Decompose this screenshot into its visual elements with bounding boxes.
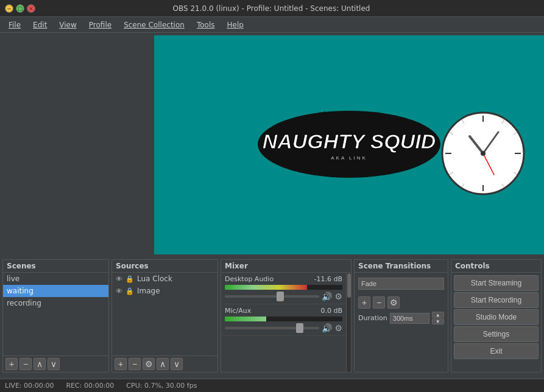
mic-aux-mute[interactable]: 🔊 bbox=[322, 323, 332, 333]
scene-item-waiting[interactable]: waiting bbox=[3, 285, 108, 297]
desktop-audio-fill bbox=[225, 285, 307, 290]
menu-view[interactable]: View bbox=[53, 19, 82, 31]
scene-item-live[interactable]: live bbox=[3, 273, 108, 285]
start-streaming-button[interactable]: Start Streaming bbox=[454, 275, 539, 291]
scrollbar-thumb[interactable] bbox=[347, 273, 351, 298]
desktop-audio-fader[interactable] bbox=[225, 295, 319, 298]
scene-remove-button[interactable]: − bbox=[19, 358, 32, 370]
window-title: OBS 21.0.0 (linux) - Profile: Untitled -… bbox=[35, 4, 507, 13]
scene-up-button[interactable]: ∧ bbox=[34, 358, 46, 370]
close-button[interactable]: × bbox=[27, 4, 35, 13]
duration-label: Duration bbox=[358, 314, 387, 322]
duration-up[interactable]: ▲ bbox=[432, 312, 444, 318]
scene-down-button[interactable]: ∨ bbox=[48, 358, 60, 370]
duration-down[interactable]: ▼ bbox=[432, 318, 444, 324]
scenes-toolbar: + − ∧ ∨ bbox=[3, 355, 108, 372]
desktop-audio-meter bbox=[225, 285, 342, 290]
source-down-button[interactable]: ∨ bbox=[171, 358, 183, 370]
studio-mode-button[interactable]: Studio Mode bbox=[454, 309, 539, 325]
scene-add-button[interactable]: + bbox=[5, 358, 18, 370]
duration-input[interactable] bbox=[390, 313, 429, 324]
source-up-button[interactable]: ∧ bbox=[157, 358, 169, 370]
exit-button[interactable]: Exit bbox=[454, 343, 539, 359]
source-settings-button[interactable]: ⚙ bbox=[143, 358, 155, 370]
controls-title: Controls bbox=[451, 260, 541, 273]
mic-aux-fader[interactable] bbox=[225, 327, 319, 329]
transition-toolbar: + − ⚙ bbox=[355, 295, 448, 310]
splash-blob-svg: NAUGHTY SQUID AKA LINK bbox=[252, 105, 447, 184]
controls-panel: Controls Start Streaming Start Recording… bbox=[451, 259, 542, 373]
mic-aux-thumb[interactable] bbox=[296, 323, 303, 333]
mixer-mic-aux: Mic/Aux 0.0 dB 🔊 ⚙ bbox=[221, 304, 346, 336]
sources-title: Sources bbox=[112, 260, 217, 273]
eye-icon-2: 👁 bbox=[116, 287, 122, 295]
menu-help[interactable]: Help bbox=[221, 19, 249, 31]
mixer-scrollbar[interactable] bbox=[346, 273, 351, 372]
mic-aux-label: Mic/Aux bbox=[225, 307, 251, 315]
lock-icon-2: 🔒 bbox=[125, 287, 134, 295]
titlebar: − □ × OBS 21.0.0 (linux) - Profile: Unti… bbox=[0, 0, 544, 17]
main-panels: Scenes live waiting recording + − ∧ ∨ So… bbox=[0, 257, 544, 373]
source-item-lua-clock[interactable]: 👁 🔒 Lua Clock bbox=[112, 273, 217, 285]
scenes-list: live waiting recording bbox=[3, 273, 108, 355]
source-item-image[interactable]: 👁 🔒 Image bbox=[112, 285, 217, 297]
live-status: LIVE: 00:00:00 bbox=[5, 382, 54, 390]
menu-profile[interactable]: Profile bbox=[83, 19, 118, 31]
svg-text:AKA LINK: AKA LINK bbox=[331, 155, 367, 161]
mixer-desktop-audio: Desktop Audio -11.6 dB 🔊 ⚙ bbox=[221, 273, 346, 304]
controls-buttons: Start Streaming Start Recording Studio M… bbox=[451, 273, 541, 363]
live-label: LIVE: bbox=[5, 382, 22, 390]
scenes-panel: Scenes live waiting recording + − ∧ ∨ bbox=[2, 259, 109, 373]
duration-row: Duration ▲ ▼ bbox=[355, 310, 448, 326]
mic-aux-fill bbox=[225, 317, 266, 321]
transition-add-button[interactable]: + bbox=[358, 296, 370, 309]
source-name-lua-clock: Lua Clock bbox=[137, 275, 172, 283]
desktop-audio-label: Desktop Audio bbox=[225, 275, 274, 283]
mic-aux-db: 0.0 dB bbox=[320, 307, 342, 315]
maximize-button[interactable]: □ bbox=[16, 4, 24, 13]
transitions-title: Scene Transitions bbox=[355, 260, 448, 273]
window-controls[interactable]: − □ × bbox=[5, 4, 35, 13]
source-name-image: Image bbox=[137, 287, 160, 295]
desktop-audio-mute[interactable]: 🔊 bbox=[322, 292, 332, 301]
clock-svg bbox=[440, 111, 526, 196]
live-time: 00:00:00 bbox=[24, 382, 54, 390]
svg-point-30 bbox=[481, 151, 486, 156]
preview-area: NAUGHTY SQUID AKA LINK bbox=[154, 35, 544, 254]
source-remove-button[interactable]: − bbox=[129, 358, 141, 370]
lock-icon: 🔒 bbox=[125, 275, 134, 283]
desktop-audio-db: -11.6 dB bbox=[314, 275, 343, 283]
minimize-button[interactable]: − bbox=[5, 4, 13, 13]
sources-toolbar: + − ⚙ ∧ ∨ bbox=[112, 355, 217, 372]
preview-canvas: NAUGHTY SQUID AKA LINK bbox=[154, 35, 544, 254]
svg-text:NAUGHTY SQUID: NAUGHTY SQUID bbox=[263, 130, 436, 153]
menu-scene-collection[interactable]: Scene Collection bbox=[118, 19, 191, 31]
mic-aux-meter bbox=[225, 317, 342, 321]
transition-config-button[interactable]: ⚙ bbox=[387, 296, 400, 309]
menu-file[interactable]: File bbox=[2, 19, 27, 31]
rec-status: REC: 00:00:00 bbox=[66, 382, 114, 390]
statusbar: LIVE: 00:00:00 REC: 00:00:00 CPU: 0.7%, … bbox=[0, 379, 544, 392]
transition-remove-button[interactable]: − bbox=[373, 296, 385, 309]
cpu-status: CPU: 0.7%, 30.00 fps bbox=[126, 382, 197, 390]
rec-label: REC: bbox=[66, 382, 82, 390]
mixer-title: Mixer bbox=[221, 260, 351, 273]
desktop-audio-config[interactable]: ⚙ bbox=[334, 292, 342, 301]
transition-select[interactable]: Fade Cut Swipe Slide bbox=[358, 278, 444, 290]
desktop-audio-fader-row: 🔊 ⚙ bbox=[225, 292, 342, 301]
sources-panel: Sources 👁 🔒 Lua Clock 👁 🔒 Image + − ⚙ ∧ … bbox=[111, 259, 218, 373]
menu-tools[interactable]: Tools bbox=[191, 19, 221, 31]
transitions-panel: Scene Transitions Fade Cut Swipe Slide +… bbox=[354, 259, 448, 373]
menubar: File Edit View Profile Scene Collection … bbox=[0, 17, 544, 33]
scenes-title: Scenes bbox=[3, 260, 108, 273]
mixer-channels: Desktop Audio -11.6 dB 🔊 ⚙ bbox=[221, 273, 346, 372]
source-add-button[interactable]: + bbox=[115, 358, 127, 370]
mic-aux-config[interactable]: ⚙ bbox=[334, 323, 342, 333]
desktop-audio-thumb[interactable] bbox=[277, 292, 284, 301]
settings-button[interactable]: Settings bbox=[454, 326, 539, 342]
start-recording-button[interactable]: Start Recording bbox=[454, 292, 539, 308]
menu-edit[interactable]: Edit bbox=[27, 19, 53, 31]
mixer-inner: Desktop Audio -11.6 dB 🔊 ⚙ bbox=[221, 273, 351, 372]
sources-list: 👁 🔒 Lua Clock 👁 🔒 Image bbox=[112, 273, 217, 355]
scene-item-recording[interactable]: recording bbox=[3, 297, 108, 309]
